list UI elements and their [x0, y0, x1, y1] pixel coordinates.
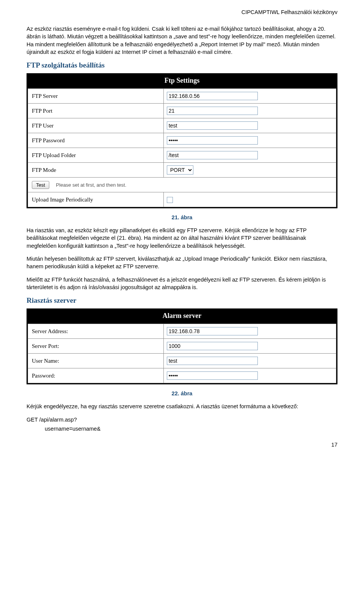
- ftp-mode-cell: PORT: [163, 163, 336, 178]
- table-row: FTP Mode PORT: [28, 163, 336, 178]
- table-row: Test Please set at first, and then test.: [28, 178, 336, 192]
- ftp-server-cell: [163, 89, 336, 104]
- user-name-label: User Name:: [28, 354, 164, 368]
- page-header: CIPCAMPTIWL Felhasználói kézikönyv: [27, 9, 337, 15]
- figure-caption-21: 21. ábra: [27, 214, 337, 220]
- test-hint: Please set at first, and then test.: [56, 182, 127, 188]
- section-heading-ftp: FTP szolgáltatás beállítás: [27, 61, 337, 69]
- ftp-mode-label: FTP Mode: [28, 163, 164, 178]
- code-line-2: username=username&: [27, 425, 337, 433]
- password-input[interactable]: [167, 371, 258, 380]
- ftp-password-cell: [163, 133, 336, 148]
- alarm-server-panel: Alarm server Server Address: Server Port…: [27, 308, 337, 384]
- password-label: Password:: [28, 368, 164, 383]
- ftp-user-cell: [163, 118, 336, 133]
- ftp-server-label: FTP Server: [28, 89, 164, 104]
- paragraph-5: Kérjük engedélyezze, ha egy riasztás sze…: [27, 403, 337, 410]
- ftp-user-input[interactable]: [167, 121, 258, 130]
- upload-periodically-checkbox[interactable]: [167, 197, 173, 203]
- ftp-settings-table: FTP Server FTP Port FTP User FTP Passwor…: [28, 88, 336, 207]
- server-address-label: Server Address:: [28, 324, 164, 339]
- paragraph-3: Miután helyesen beállítottuk az FTP szer…: [27, 255, 337, 271]
- server-port-cell: [163, 339, 336, 354]
- table-row: FTP Password: [28, 133, 336, 148]
- ftp-mode-select[interactable]: PORT: [167, 165, 193, 175]
- ftp-test-cell: Test Please set at first, and then test.: [28, 178, 336, 192]
- ftp-settings-panel: Ftp Settings FTP Server FTP Port FTP Use…: [27, 73, 337, 208]
- code-line-1: GET /api/alarm.asp?: [27, 416, 337, 423]
- table-row: Server Port:: [28, 339, 336, 354]
- ftp-server-input[interactable]: [167, 92, 258, 100]
- paragraph-2: Ha riasztás van, az eszköz készít egy pi…: [27, 227, 337, 250]
- alarm-server-table: Server Address: Server Port: User Name: …: [28, 324, 336, 383]
- server-address-input[interactable]: [167, 327, 258, 335]
- figure-caption-22: 22. ábra: [27, 390, 337, 396]
- ftp-upload-folder-label: FTP Upload Folder: [28, 148, 164, 163]
- alarm-panel-title: Alarm server: [28, 310, 336, 324]
- ftp-port-cell: [163, 104, 336, 118]
- server-address-cell: [163, 324, 336, 339]
- user-name-cell: [163, 354, 336, 368]
- ftp-password-label: FTP Password: [28, 133, 164, 148]
- section-heading-alarm: Riasztás szerver: [27, 296, 337, 305]
- password-cell: [163, 368, 336, 383]
- ftp-upload-folder-cell: [163, 148, 336, 163]
- table-row: Password:: [28, 368, 336, 383]
- ftp-port-label: FTP Port: [28, 104, 164, 118]
- upload-periodically-label: Upload Image Periodically: [28, 192, 164, 207]
- ftp-panel-title: Ftp Settings: [28, 74, 336, 88]
- table-row: Upload Image Periodically: [28, 192, 336, 207]
- table-row: FTP User: [28, 118, 336, 133]
- page-number: 17: [27, 442, 337, 448]
- table-row: User Name:: [28, 354, 336, 368]
- ftp-upload-folder-input[interactable]: [167, 151, 258, 159]
- table-row: FTP Upload Folder: [28, 148, 336, 163]
- ftp-port-input[interactable]: [167, 107, 258, 115]
- ftp-password-input[interactable]: [167, 136, 258, 145]
- server-port-input[interactable]: [167, 342, 258, 350]
- table-row: FTP Port: [28, 104, 336, 118]
- user-name-input[interactable]: [167, 357, 258, 365]
- table-row: Server Address:: [28, 324, 336, 339]
- header-text: CIPCAMPTIWL Felhasználói kézikönyv: [242, 9, 337, 15]
- upload-periodically-cell: [163, 192, 336, 207]
- paragraph-1: Az eszköz riasztás eseményre e-mail-t fo…: [27, 25, 337, 56]
- table-row: FTP Server: [28, 89, 336, 104]
- server-port-label: Server Port:: [28, 339, 164, 354]
- paragraph-4: Mielőtt az FTP funkciót használná, a fel…: [27, 276, 337, 291]
- test-button[interactable]: Test: [32, 181, 49, 189]
- ftp-user-label: FTP User: [28, 118, 164, 133]
